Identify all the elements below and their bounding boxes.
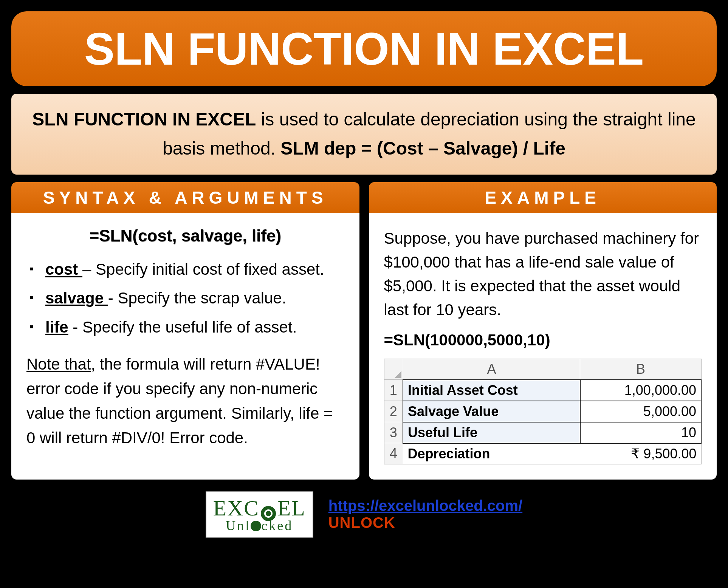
footer: EXCEL Unlcked https://excelunlocked.com/… xyxy=(11,487,717,538)
arg-name: life xyxy=(45,318,68,336)
list-item: cost – Specify initial cost of fixed ass… xyxy=(26,258,344,281)
desc-bold-formula: SLM dep = (Cost – Salvage) / Life xyxy=(280,138,565,158)
table-row: 2 Salvage Value 5,000.00 xyxy=(384,401,701,422)
desc-bold-intro: SLN FUNCTION IN EXCEL xyxy=(32,109,256,129)
logo: EXCEL Unlcked xyxy=(206,491,313,538)
page-title: SLN FUNCTION IN EXCEL xyxy=(11,11,717,86)
arg-desc: - Specify the scrap value. xyxy=(108,289,287,307)
example-formula: =SLN(100000,5000,10) xyxy=(384,331,702,349)
footer-links: https://excelunlocked.com/ UNLOCK xyxy=(328,497,522,531)
syntax-column: SYNTAX & ARGUMENTS =SLN(cost, salvage, l… xyxy=(11,182,359,480)
col-header-b: B xyxy=(580,359,701,380)
cell-label: Salvage Value xyxy=(403,401,580,422)
key-icon xyxy=(261,506,276,521)
table-row: 4 Depreciation ₹ 9,500.00 xyxy=(384,443,701,464)
cell-label: Initial Asset Cost xyxy=(403,380,580,401)
list-item: salvage - Specify the scrap value. xyxy=(26,287,344,309)
arg-desc: – Specify initial cost of fixed asset. xyxy=(82,260,324,278)
table-row: 3 Useful Life 10 xyxy=(384,422,701,443)
arg-name: cost xyxy=(45,260,82,278)
syntax-header: SYNTAX & ARGUMENTS xyxy=(11,182,359,213)
example-header: EXAMPLE xyxy=(369,182,717,213)
unlock-label: UNLOCK xyxy=(328,514,395,531)
table-corner xyxy=(384,359,403,380)
row-number: 4 xyxy=(384,443,403,464)
arg-name: salvage xyxy=(45,289,108,307)
cell-label: Depreciation xyxy=(403,443,580,464)
logo-sub: Unlcked xyxy=(226,518,293,534)
example-column: EXAMPLE Suppose, you have purchased mach… xyxy=(369,182,717,480)
col-header-a: A xyxy=(403,359,580,380)
syntax-formula: =SLN(cost, salvage, life) xyxy=(26,226,344,245)
logo-main: EXCEL xyxy=(213,495,306,521)
arg-desc: - Specify the useful life of asset. xyxy=(68,318,297,336)
description-bar: SLN FUNCTION IN EXCEL is used to calcula… xyxy=(11,94,717,175)
row-number: 1 xyxy=(384,380,403,401)
cell-value: 5,000.00 xyxy=(580,401,701,422)
syntax-note: Note that, the formula will return #VALU… xyxy=(26,352,344,450)
note-lead: Note that xyxy=(26,355,91,373)
cell-label: Useful Life xyxy=(403,422,580,443)
excel-table: A B 1 Initial Asset Cost 1,00,000.00 2 S… xyxy=(384,359,702,464)
site-link[interactable]: https://excelunlocked.com/ xyxy=(328,497,522,514)
list-item: life - Specify the useful life of asset. xyxy=(26,316,344,339)
row-number: 2 xyxy=(384,401,403,422)
cell-value: 10 xyxy=(580,422,701,443)
cell-value: ₹ 9,500.00 xyxy=(580,443,701,464)
cell-value: 1,00,000.00 xyxy=(580,380,701,401)
row-number: 3 xyxy=(384,422,403,443)
argument-list: cost – Specify initial cost of fixed ass… xyxy=(26,258,344,339)
table-row: 1 Initial Asset Cost 1,00,000.00 xyxy=(384,380,701,401)
example-text: Suppose, you have purchased machinery fo… xyxy=(384,226,702,322)
